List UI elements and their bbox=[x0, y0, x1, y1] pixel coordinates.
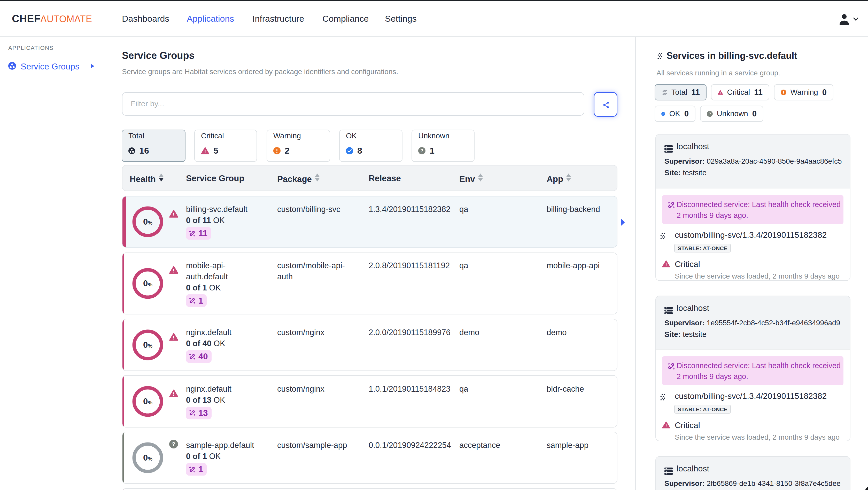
svg-text:?: ? bbox=[420, 148, 423, 153]
svg-text:?: ? bbox=[709, 112, 711, 116]
svg-text:?: ? bbox=[172, 441, 176, 448]
